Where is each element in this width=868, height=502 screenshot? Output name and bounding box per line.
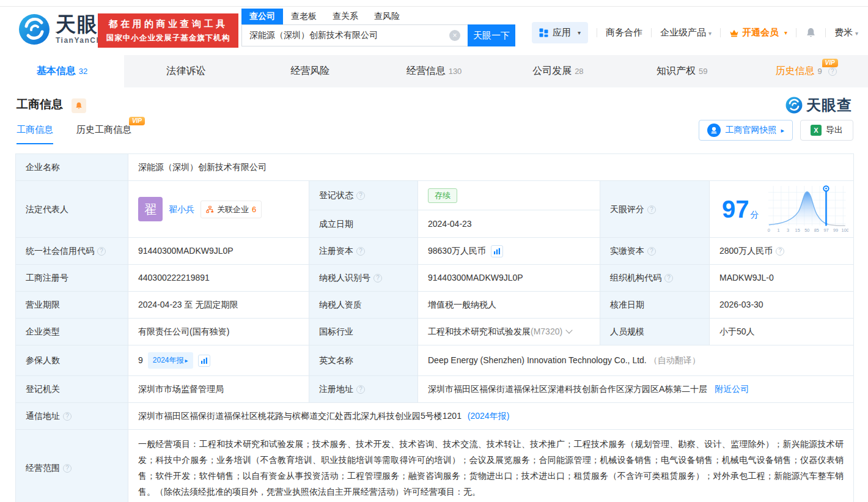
tianyancha-watermark: 天眼查 [785, 95, 852, 115]
export-button[interactable]: 导出 [800, 120, 853, 141]
annual-report-badge[interactable]: 2024年报 [148, 352, 193, 369]
excel-icon [811, 125, 822, 136]
search-tab-risk[interactable]: 查风险 [366, 9, 408, 24]
search-tab-company[interactable]: 查公司 [241, 9, 283, 24]
capital-trend-icon[interactable] [491, 245, 503, 257]
help-icon[interactable] [373, 274, 382, 282]
help-icon[interactable] [776, 247, 784, 256]
paid-capital-value: 2800万人民币 [710, 238, 854, 265]
tab-operating-info[interactable]: 经营信息 130 [372, 55, 496, 87]
divider [597, 28, 597, 37]
reg-status-label: 登记状态 [309, 181, 418, 210]
business-term-value: 2024-04-23 至 无固定期限 [128, 292, 309, 319]
org-chart-icon [206, 205, 214, 213]
table-row: 登记机关 深圳市市场监督管理局 注册地址 深圳市福田区福保街道福保社区深港科技创… [16, 376, 854, 403]
industry-value: 工程和技术研究和试验发展(M7320) [418, 319, 600, 345]
table-row: 工商注册号 440300222219891 纳税人识别号 91440300MAD… [16, 265, 854, 292]
annual-report-link[interactable]: (2024年报) [468, 411, 509, 421]
apps-menu[interactable]: 应用 [532, 22, 588, 43]
help-icon[interactable] [647, 247, 656, 256]
vip-badge: VIP [822, 59, 838, 67]
help-icon[interactable] [664, 274, 673, 282]
top-header: 天眼查 TianYanCha.com 都在用的商业查询工具 国家中小企业发展子基… [0, 0, 868, 55]
bell-icon [75, 102, 83, 110]
apps-label: 应用 [553, 27, 571, 39]
search-tab-relation[interactable]: 查关系 [325, 9, 366, 24]
official-snapshot-button[interactable]: 工商官网快照 [699, 120, 793, 141]
svg-text:85: 85 [814, 227, 818, 233]
section-title: 工商信息 [17, 98, 63, 111]
table-row: 统一社会信用代码 91440300MADKW9JL0P 注册资本 98630万人… [16, 238, 854, 265]
tab-company-development[interactable]: 公司发展 28 [496, 55, 620, 87]
business-cooperation-link[interactable]: 商务合作 [606, 27, 642, 39]
tianyancha-logo-icon [18, 13, 50, 45]
company-type-value: 有限责任公司(国有独资) [128, 319, 309, 345]
section-header: 工商信息 天眼查 [0, 87, 868, 114]
paid-capital-label: 实缴资本 [600, 238, 710, 265]
tab-basic-info[interactable]: 基本信息 32 [0, 55, 124, 87]
slogan-line1: 都在用的商业查询工具 [109, 18, 228, 30]
subtab-business-info[interactable]: 工商信息 [17, 124, 53, 144]
reg-status-value: 存续 [418, 181, 600, 210]
tab-legal-proceedings[interactable]: 法律诉讼 [124, 55, 248, 87]
divider [796, 28, 796, 37]
table-row: 企业类型 有限责任公司(国有独资) 国标行业 工程和技术研究和试验发展(M732… [16, 319, 854, 345]
watermark-text: 天眼查 [806, 95, 852, 115]
open-vip-menu[interactable]: 开通会员 [729, 27, 787, 39]
reg-authority-value: 深圳市市场监督管理局 [128, 376, 309, 403]
notifications-button[interactable] [805, 27, 817, 39]
slogan-line2: 国家中小企业发展子基金旗下机构 [106, 33, 230, 43]
reg-address-label: 注册地址 [309, 376, 418, 403]
svg-text:50: 50 [804, 227, 809, 233]
legal-rep-link[interactable]: 翟小兵 [169, 203, 194, 216]
business-info-table: 企业名称 深能源（深圳）创新技术有限公司 法定代表人 翟 翟小兵 [15, 153, 854, 502]
table-row: 经营范围 一般经营项目：工程和技术研究和试验发展；技术服务、技术开发、技术咨询、… [16, 430, 854, 502]
user-menu[interactable]: 费米 [834, 27, 858, 39]
subscribe-bell-button[interactable] [72, 98, 86, 113]
help-icon[interactable] [63, 464, 72, 473]
svg-text:1: 1 [777, 227, 779, 233]
search-input[interactable] [241, 24, 468, 46]
search-tab-boss[interactable]: 查老板 [283, 9, 325, 24]
avatar[interactable]: 翟 [138, 197, 163, 221]
related-companies-badge[interactable]: 关联企业 6 [200, 201, 262, 218]
mail-address-label: 通信地址 [16, 403, 128, 430]
enterprise-products-menu[interactable]: 企业级产品 [660, 27, 712, 39]
help-icon[interactable] [356, 191, 365, 200]
help-icon[interactable] [647, 205, 656, 214]
insured-value: 9 2024年报 [128, 345, 309, 376]
mail-address-value: 深圳市福田区福保街道福保社区桃花路与槟榔道交汇处西北深九科技创业园5号楼1201… [128, 403, 854, 430]
vip-badge: VIP [129, 117, 145, 125]
taxpayer-id-label: 纳税人识别号 [309, 265, 418, 292]
approval-date-label: 核准日期 [600, 292, 710, 319]
help-icon[interactable] [63, 412, 72, 421]
tab-intellectual-property[interactable]: 知识产权 59 [620, 55, 744, 87]
reg-capital-label: 注册资本 [309, 238, 418, 265]
tab-operating-risk[interactable]: 经营风险 [248, 55, 372, 87]
insured-trend-icon[interactable] [198, 355, 210, 367]
credit-code-value: 91440300MADKW9JL0P [128, 238, 309, 265]
svg-text:100: 100 [841, 227, 848, 233]
company-name-label: 企业名称 [16, 154, 128, 181]
establish-date-label: 成立日期 [309, 210, 418, 238]
industry-label: 国标行业 [309, 319, 418, 345]
tianyancha-logo-icon [785, 97, 803, 114]
help-icon[interactable] [828, 67, 837, 76]
reg-address-value: 深圳市福田区福保街道福保社区深港科技创新合作区深方园区A栋第二十层 附近公司 [418, 376, 854, 403]
divider [720, 28, 721, 37]
staff-size-label: 人员规模 [600, 319, 710, 345]
help-icon[interactable] [97, 247, 106, 256]
subtab-history-business-info[interactable]: VIP 历史工商信息 [76, 124, 131, 144]
search-button[interactable]: 天眼一下 [468, 24, 515, 46]
search-area: 查公司 查老板 查关系 查风险 天眼一下 [241, 9, 515, 46]
score-label: 天眼评分 [600, 181, 710, 238]
nearby-companies-link[interactable]: 附近公司 [715, 384, 749, 394]
org-code-value: MADKW9JL-0 [710, 265, 854, 292]
company-name-value: 深能源（深圳）创新技术有限公司 [128, 154, 854, 181]
tab-history-info[interactable]: VIP 历史信息 9 [744, 55, 868, 87]
reg-number-label: 工商注册号 [16, 265, 128, 292]
help-icon[interactable] [356, 247, 365, 256]
clear-icon[interactable] [449, 30, 460, 41]
chevron-down-icon[interactable] [565, 327, 572, 333]
help-icon[interactable] [356, 385, 365, 394]
